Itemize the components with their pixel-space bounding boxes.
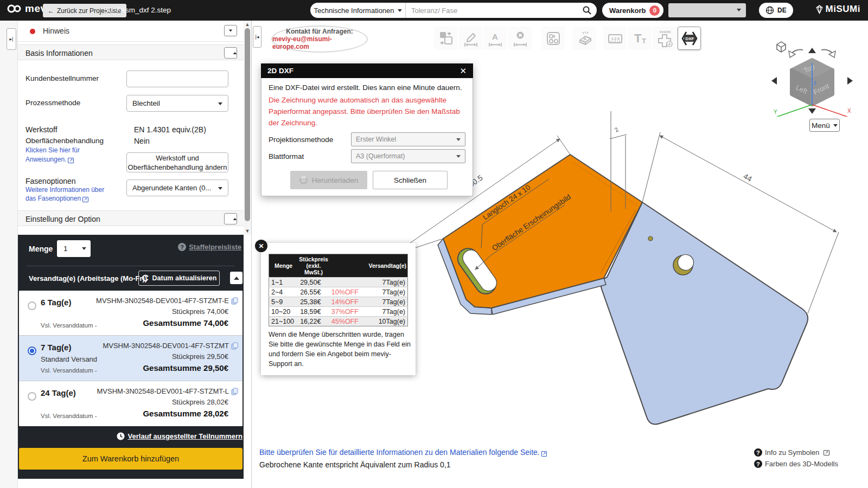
dxf-icon: DXF	[680, 30, 699, 47]
popup-close-button[interactable]: ✕	[255, 240, 267, 252]
model-side-plate[interactable]	[601, 202, 808, 425]
chevron-down-icon	[737, 9, 741, 11]
chevron-down-icon	[456, 138, 461, 141]
anweisungen-link[interactable]: Klicken Sie hier für	[25, 146, 80, 154]
contact-email[interactable]: meviy-eu@misumi-europe.com	[272, 35, 367, 50]
menge-select[interactable]: 1	[57, 240, 91, 257]
price-row: 5~925,38€ 14%OFF7Tag(e)	[269, 297, 408, 307]
part-number-history-link[interactable]: Verlauf ausgestellter Teilnummern	[117, 432, 242, 440]
divider	[27, 266, 235, 266]
basis-collapse-button[interactable]	[224, 47, 237, 59]
scrollbar-thumb[interactable]	[245, 28, 250, 221]
options-collapse-button[interactable]	[230, 272, 242, 284]
project-select[interactable]	[668, 3, 746, 17]
option-collapse-button[interactable]	[224, 213, 237, 224]
model-hole[interactable]	[678, 255, 694, 271]
kundenbestellnummer-input[interactable]	[126, 70, 228, 87]
price-row: 1~129,50€ 7Tag(e)	[269, 278, 408, 287]
rotate-left-step-arrow[interactable]	[771, 77, 777, 85]
rotate-right-step-arrow[interactable]	[847, 77, 853, 85]
fasenoptionen-label: Fasenoptionen	[25, 177, 76, 185]
dxf-export-button[interactable]: DXF	[678, 27, 701, 50]
cart-button[interactable]: Warenkorb 0	[602, 3, 663, 18]
update-date-button[interactable]: Datum aktualisieren	[138, 271, 220, 286]
fasen-info-link[interactable]: Weitere Informationen über	[25, 186, 104, 194]
delete-dimension-button[interactable]	[508, 27, 532, 50]
close-button[interactable]: Schließen	[373, 171, 448, 189]
text-dimension-button[interactable]: A	[483, 27, 507, 50]
viewcube-menu-button[interactable]: Menü	[809, 119, 840, 132]
blattformat-label: Blattformat	[269, 152, 351, 160]
shipping-options: 6 Tag(e) MVSHM-3N02548-DEV001-4F7-STZMT-…	[19, 291, 242, 426]
svg-text:T: T	[642, 37, 646, 45]
tilt-down-arrow[interactable]	[808, 108, 816, 114]
projektionsmethode-select[interactable]: Erster Winkel	[351, 132, 465, 146]
replace-body-button[interactable]	[434, 27, 457, 50]
axis-y-label: Y	[774, 109, 777, 115]
search-input[interactable]	[406, 7, 583, 15]
text-tool-icon: T T	[631, 30, 649, 47]
radio-unselected[interactable]	[28, 301, 36, 310]
rotate-left-arrow[interactable]	[789, 50, 803, 57]
six-views-button[interactable]: 6VIEWS	[653, 27, 676, 50]
copy-icon[interactable]	[231, 297, 238, 305]
language-button[interactable]: DE	[759, 3, 793, 18]
material-info-link[interactable]: Bitte überprüfen Sie für detaillierte In…	[259, 448, 547, 457]
dialog-close-icon[interactable]: ✕	[459, 66, 467, 76]
option-section-header: Einstellung der Option	[18, 210, 244, 226]
axis-y	[776, 105, 812, 117]
price-note: Wenn die Menge überschritten wurde, trag…	[269, 330, 411, 369]
radio-selected[interactable]	[28, 346, 36, 355]
edit-dimension-icon	[462, 30, 480, 47]
shipping-option-7-days[interactable]: 7 Tag(e) Standard Versand MVSHM-3N02548-…	[19, 336, 242, 381]
dim-line-thickness	[610, 134, 627, 139]
shipping-option-24-days[interactable]: 24 Tag(e) MVSHM-3N02548-DEV001-4F7-STZMT…	[19, 381, 242, 426]
search-category-dropdown[interactable]: Technische Informationen	[310, 3, 406, 18]
price-row: 10~2018,59€ 37%OFF7Tag(e)	[269, 307, 408, 317]
staffelpreisliste-link[interactable]: ? Staffelpreisliste	[178, 243, 241, 251]
shipping-option-6-days[interactable]: 6 Tag(e) MVSHM-3N02548-DEV001-4F7-STZMT-…	[19, 291, 242, 336]
blattformat-select[interactable]: A3 (Querformat)	[351, 149, 465, 163]
download-button[interactable]: Herunterladen	[290, 171, 367, 189]
chevron-down-icon	[218, 102, 222, 105]
werkstoff-label: Werkstoff	[25, 125, 58, 134]
fasenoptionen-select[interactable]: Abgerundete Kanten (0...	[126, 179, 228, 196]
hinweis-expand-button[interactable]	[224, 25, 237, 36]
dxf-dialog: 2D DXF ✕ Eine DXF-Datei wird erstellt. D…	[261, 63, 473, 196]
scroll-down-arrow[interactable]: ▼	[245, 228, 250, 234]
dimension-numbers-button[interactable]: 123	[603, 27, 627, 50]
rotate-right-arrow[interactable]	[821, 50, 835, 57]
scroll-up-arrow[interactable]: ▲	[245, 22, 250, 27]
anweisungen-link-2[interactable]: Anweisungen.↗	[25, 156, 74, 163]
hole-position-icon	[545, 30, 562, 47]
marking-button[interactable]: A	[573, 27, 596, 50]
versandtage-header: Versandtag(e) (Arbeitstage (Mo-Fr))	[29, 274, 147, 282]
isometric-view-icon[interactable]	[777, 42, 786, 52]
search-icon[interactable]	[583, 6, 591, 15]
model-small-hole[interactable]	[648, 236, 653, 241]
edit-dimension-button[interactable]	[459, 27, 482, 50]
change-material-button[interactable]: Werkstoff und Oberflächenbehandlung ände…	[126, 152, 228, 172]
dialog-header: 2D DXF ✕	[261, 63, 473, 78]
dialog-message: Eine DXF-Datei wird erstellt. Dies kann …	[269, 84, 465, 92]
oberflaeche-value: Nein	[134, 137, 150, 145]
prozessmethode-select[interactable]: Blechteil	[126, 95, 228, 112]
hole-position-button[interactable]	[541, 27, 565, 50]
clock-icon	[117, 432, 125, 440]
external-link-icon: ↗	[68, 158, 74, 163]
copy-icon[interactable]	[231, 388, 238, 395]
svg-text:A: A	[492, 32, 498, 41]
search-bar: Technische Informationen	[310, 3, 597, 18]
model-colors-link[interactable]: ? Farben des 3D-Modells	[754, 460, 838, 468]
tilt-up-arrow[interactable]	[808, 48, 816, 53]
copy-icon[interactable]	[231, 342, 238, 350]
collapse-panel-handle[interactable]: |◂	[253, 26, 261, 48]
text-tool-button[interactable]: T T	[628, 27, 652, 50]
symbols-info-link[interactable]: ? Info zu Symbolen↗	[754, 448, 838, 457]
add-to-cart-button[interactable]: Zum Warenkorb hinzufügen	[19, 448, 242, 470]
svg-text:DXF: DXF	[685, 36, 694, 41]
fasen-info-link-2[interactable]: das Fasenoptionen↗	[25, 195, 88, 202]
radio-unselected[interactable]	[28, 392, 36, 401]
cart-count-badge: 0	[649, 5, 660, 16]
expand-panel-handle[interactable]: ▸|	[7, 28, 16, 50]
